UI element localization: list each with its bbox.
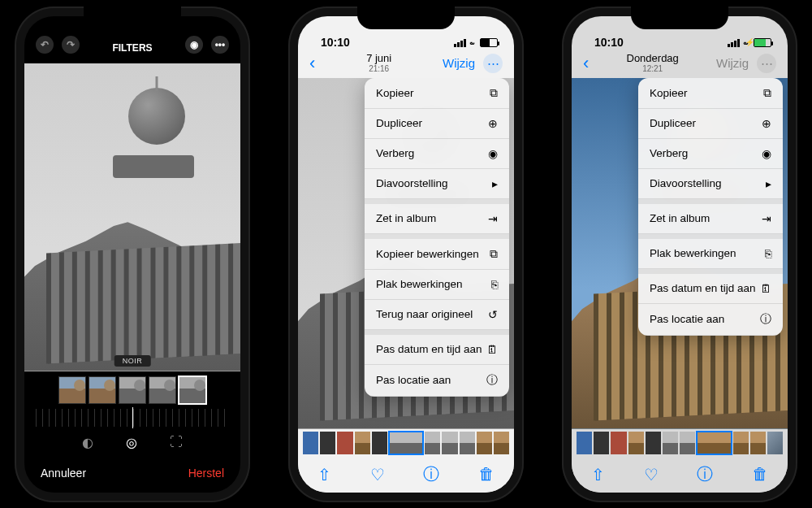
menu-item-label: Zet in album — [376, 212, 436, 224]
notch — [357, 7, 455, 29]
filter-thumb[interactable] — [58, 376, 86, 404]
adjust-icon[interactable]: ◐ — [82, 435, 93, 450]
strip-thumb[interactable] — [460, 432, 475, 454]
menu-item-icon: ⓘ — [486, 373, 498, 388]
strip-thumb[interactable] — [628, 432, 644, 454]
strip-thumb[interactable] — [767, 432, 783, 454]
phone-viewer-bw: 10:10 ⧜ ‹ 7 juni 21:16 Wijzig ⋯ K — [288, 7, 524, 502]
status-clock: 10:10 — [321, 36, 350, 49]
strip-thumb[interactable] — [442, 432, 457, 454]
nav-bar: ‹ Donderdag 12:21 Wijzig ⋯ — [572, 49, 788, 78]
menu-item-icon: ⇥ — [488, 212, 498, 225]
strip-thumb[interactable] — [680, 432, 695, 454]
strip-thumb-selected[interactable] — [389, 432, 423, 454]
favorite-icon[interactable]: ♡ — [644, 465, 659, 484]
photo-view[interactable]: Kopieer⧉Dupliceer⊕Verberg◉Diavoorstellin… — [298, 78, 514, 429]
strip-thumb[interactable] — [303, 432, 318, 454]
edit-button[interactable]: Wijzig — [443, 56, 475, 70]
edit-button[interactable]: Wijzig — [716, 56, 749, 70]
filter-thumb[interactable] — [119, 376, 146, 404]
menu-item-icon: 🗓 — [486, 343, 498, 356]
trash-icon[interactable]: 🗑 — [752, 465, 768, 484]
menu-item[interactable]: Diavoorstelling▸ — [638, 169, 783, 199]
strip-thumb[interactable] — [646, 432, 661, 454]
back-button[interactable]: ‹ — [309, 53, 315, 74]
strip-thumb[interactable] — [494, 432, 509, 454]
photo-date: 7 juni — [366, 53, 391, 64]
strip-thumb-selected[interactable] — [697, 432, 731, 454]
notch — [84, 7, 181, 29]
thumbnail-strip[interactable] — [298, 429, 514, 457]
more-icon[interactable]: ⋯ — [757, 54, 776, 73]
info-icon[interactable]: ⓘ — [423, 463, 439, 485]
strip-thumb[interactable] — [425, 432, 440, 454]
back-button[interactable]: ‹ — [583, 53, 589, 74]
share-icon[interactable]: ⇧ — [591, 465, 605, 484]
filter-thumb-selected[interactable] — [179, 376, 206, 404]
menu-item-icon: ◉ — [488, 147, 498, 160]
wifi-icon: ⧜ — [469, 37, 474, 49]
photo-date: Donderdag — [627, 53, 679, 64]
redo-icon[interactable]: ↷ — [62, 36, 80, 54]
menu-item[interactable]: Zet in album⇥ — [638, 204, 783, 234]
menu-item[interactable]: Plak bewerkingen⎘ — [365, 270, 509, 300]
crop-icon[interactable]: ⛶ — [170, 435, 183, 450]
info-icon[interactable]: ⓘ — [697, 463, 713, 485]
editor-bottombar: Annuleer Herstel — [24, 458, 240, 493]
strip-thumb[interactable] — [320, 432, 335, 454]
strip-thumb[interactable] — [372, 432, 387, 454]
markup-pin-icon[interactable]: ◉ — [185, 36, 203, 54]
undo-icon[interactable]: ↶ — [36, 36, 54, 54]
favorite-icon[interactable]: ♡ — [370, 465, 385, 484]
menu-item[interactable]: Kopieer bewerkingen⧉ — [365, 239, 509, 270]
menu-item[interactable]: Kopieer⧉ — [638, 78, 783, 109]
menu-item[interactable]: Kopieer⧉ — [365, 78, 509, 109]
thumbnail-strip[interactable] — [572, 429, 788, 457]
menu-item-label: Kopieer bewerkingen — [376, 248, 479, 260]
battery-icon — [480, 38, 498, 47]
strip-thumb[interactable] — [355, 432, 370, 454]
menu-item-label: Plak bewerkingen — [376, 278, 463, 290]
strip-thumb[interactable] — [611, 432, 626, 454]
menu-item[interactable]: Pas locatie aanⓘ — [638, 304, 783, 336]
menu-item[interactable]: Pas datum en tijd aan🗓 — [365, 335, 509, 365]
edit-modes: ◐ ◎ ⛶ — [24, 427, 240, 458]
strip-thumb[interactable] — [337, 432, 352, 454]
menu-item-icon: ⧉ — [490, 247, 498, 261]
cellular-icon — [454, 39, 466, 47]
menu-item[interactable]: Pas locatie aanⓘ — [365, 365, 509, 397]
filter-thumb[interactable] — [89, 376, 116, 404]
strip-thumb[interactable] — [733, 432, 749, 454]
photo-canvas[interactable]: NOIR — [24, 63, 240, 371]
more-icon[interactable]: ••• — [211, 36, 229, 54]
filter-thumb[interactable] — [149, 376, 176, 404]
menu-item[interactable]: Verberg◉ — [365, 139, 509, 169]
battery-charging-icon — [754, 38, 771, 47]
menu-item-icon: ⊕ — [488, 117, 498, 130]
menu-item[interactable]: Dupliceer⊕ — [365, 109, 509, 139]
strip-thumb[interactable] — [477, 432, 492, 454]
cancel-button[interactable]: Annuleer — [41, 467, 86, 480]
trash-icon[interactable]: 🗑 — [478, 465, 495, 484]
photo-view[interactable]: Kopieer⧉Dupliceer⊕Verberg◉Diavoorstellin… — [572, 78, 788, 429]
menu-item-label: Pas datum en tijd aan — [376, 343, 482, 355]
menu-item-label: Diavoorstelling — [376, 177, 448, 189]
strip-thumb[interactable] — [594, 432, 609, 454]
reset-button[interactable]: Herstel — [188, 467, 224, 480]
strip-thumb[interactable] — [750, 432, 766, 454]
menu-item[interactable]: Pas datum en tijd aan🗓 — [638, 274, 783, 304]
menu-item[interactable]: Plak bewerkingen⎘ — [638, 239, 783, 269]
status-clock: 10:10 — [594, 36, 624, 49]
menu-item[interactable]: Dupliceer⊕ — [638, 109, 783, 139]
intensity-ruler[interactable] — [36, 409, 229, 427]
strip-thumb[interactable] — [663, 432, 678, 454]
menu-item[interactable]: Verberg◉ — [638, 139, 783, 169]
photo-time: 21:16 — [366, 64, 391, 73]
strip-thumb[interactable] — [577, 432, 592, 454]
menu-item[interactable]: Zet in album⇥ — [365, 204, 509, 234]
more-icon[interactable]: ⋯ — [483, 54, 503, 73]
menu-item[interactable]: Terug naar origineel↺ — [365, 300, 509, 330]
menu-item[interactable]: Diavoorstelling▸ — [365, 169, 509, 199]
filters-icon[interactable]: ◎ — [126, 435, 137, 450]
share-icon[interactable]: ⇧ — [317, 465, 331, 484]
